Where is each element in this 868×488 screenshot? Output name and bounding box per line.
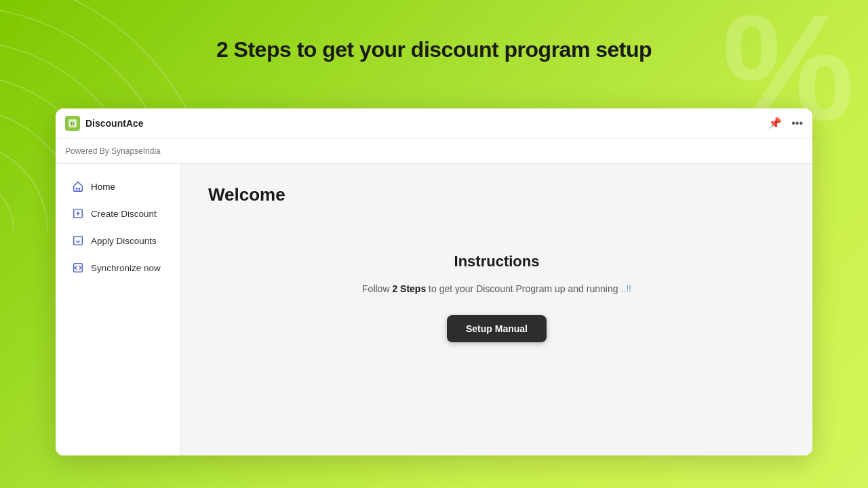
sidebar-item-apply-discounts-label: Apply Discounts [91,236,157,246]
sidebar-item-synchronize-now-label: Synchronize now [91,263,161,273]
instructions-title: Instructions [222,253,772,270]
sidebar-item-home-label: Home [91,182,115,192]
svg-point-1 [0,142,47,230]
content-area: Welcome Instructions Follow 2 Steps to g… [181,164,812,455]
create-discount-icon [72,207,84,220]
sidebar-item-home[interactable]: Home [60,174,176,199]
welcome-heading: Welcome [208,184,785,205]
svg-point-0 [0,176,14,230]
page-headline: 2 Steps to get your discount program set… [0,37,868,62]
title-bar: D DiscountAce 📌 ••• [56,108,812,138]
powered-by-bar: Powered By SynapseIndia [56,138,812,164]
powered-by-text: Powered By SynapseIndia [65,146,161,156]
sidebar-item-create-discount[interactable]: Create Discount [60,201,176,226]
sidebar: Home Create Discount Apply Discounts [56,164,181,455]
app-title: DiscountAce [85,118,144,129]
app-logo: D [65,116,80,131]
title-bar-actions: 📌 ••• [768,117,803,129]
main-area: Home Create Discount Apply Discounts [56,164,812,455]
instructions-link[interactable]: ..!! [620,283,631,294]
pin-icon[interactable]: 📌 [768,117,782,129]
app-window: D DiscountAce 📌 ••• Powered By SynapseIn… [56,108,812,455]
more-options-icon[interactable]: ••• [791,117,803,129]
svg-text:D: D [71,121,75,127]
instructions-box: Instructions Follow 2 Steps to get your … [208,226,785,369]
sidebar-item-create-discount-label: Create Discount [91,209,157,219]
svg-rect-10 [74,237,83,245]
sidebar-item-synchronize-now[interactable]: Synchronize now [60,255,176,281]
instructions-body: Follow 2 Steps to get your Discount Prog… [222,281,772,296]
apply-discounts-icon [72,235,84,247]
sidebar-item-apply-discounts[interactable]: Apply Discounts [60,228,176,253]
sync-icon [72,262,84,274]
steps-bold: 2 Steps [392,283,426,294]
setup-manual-button[interactable]: Setup Manual [447,315,547,342]
home-icon [72,180,84,192]
